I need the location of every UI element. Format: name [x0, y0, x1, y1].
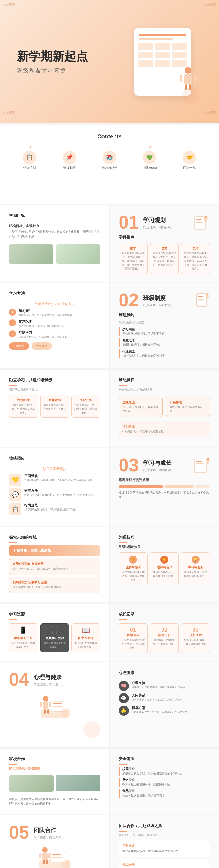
xinli-items: 🧠 心理支持 提供专业心理咨询支持，帮助学生解决心理困惑。 💬 人际关系 引导学… — [119, 681, 210, 716]
svg-rect-45 — [52, 857, 62, 858]
comm-icon-1: 👂 — [129, 556, 137, 563]
svg-rect-38 — [44, 709, 46, 714]
svg-point-40 — [61, 708, 71, 718]
svg-rect-15 — [198, 296, 204, 297]
svg-rect-28 — [207, 460, 209, 464]
contents-item-1: 01 📋 情绪拟划 — [11, 146, 48, 170]
svg-rect-16 — [198, 298, 205, 298]
section-num-02: 02 — [119, 291, 139, 309]
comm-box-1: 👂 理解与倾听 培养学生倾听他人的能力，增强相互理解与尊重。 — [119, 553, 148, 585]
section-illustration-01 — [193, 214, 210, 231]
xinli-item-3: 🌟 积极心态 培养积极乐观的生活态度，面对学习和生活的挑战。 — [119, 706, 210, 716]
xueqi-title: 学期目标 — [9, 213, 100, 218]
section-05-illustration — [9, 845, 100, 868]
contents-icon-4: 💚 — [143, 151, 156, 164]
cover-subtitle: 班级和谐学习环境 — [17, 67, 123, 74]
section-subtitle-04: 关注健康，快乐成长。 — [34, 682, 65, 686]
jiaxiao-title: 家校合作 — [9, 756, 100, 762]
methods-title: 学习方法 — [9, 291, 100, 296]
svg-rect-1 — [184, 74, 192, 85]
slide-school-family: 家校合作 家长支持孩子心理健康 家校合作是促进学生健康成长的重要途径，家长与老师… — [0, 748, 219, 814]
section-title-01: 学习规划 — [143, 216, 174, 224]
banjilv-box-3: 行为矫正 针对问题行为，制定个性化矫正方案。 — [119, 421, 210, 437]
btn-method-2[interactable]: 查看详情 — [32, 342, 52, 350]
contents-item-4: 04 💚 心理与健康 — [131, 146, 168, 170]
half-duli-xuexi: 独立学习，共建和谐班级 培养学生自主学习能力 课堂纪律 学生需遵守课堂纪律，尊重… — [0, 370, 109, 447]
svg-rect-37 — [49, 702, 51, 707]
half-records: 成长记录 01 目标达成 记录每个学期的目标完成情况，总结成功经验。 02 学习… — [109, 604, 219, 661]
svg-rect-13 — [204, 218, 207, 222]
section-03-content: 培养技能与提升效果 通过科学的学习方法和持续的努力，不断提升自我，实现学业目标和… — [119, 478, 210, 499]
section-illustration-03 — [193, 457, 210, 474]
banjilv-title: 班纪班律 — [119, 378, 210, 383]
contents-label-4: 心理与健康 — [142, 166, 157, 170]
half-qingxu-shiying: 情绪适应 欲言格不断进步 💛 正面强化 通过积极的鼓励和奖励机制，强化学生的良好… — [0, 448, 109, 526]
half-resources: 学习资源 📱 数字学习平台 利用在线平台获取丰富学习资源。 🎧 音频学习资源 通… — [0, 604, 109, 661]
section-num-04: 04 — [9, 670, 29, 688]
svg-rect-23 — [196, 461, 202, 462]
anquan-item-3: 食品安全 关注学生饮食健康，确保营养均衡。 — [119, 789, 210, 798]
section-02-header: 02 班级制度 制定规则，维护秩序。 — [119, 291, 210, 309]
section-num-01: 01 — [119, 213, 139, 231]
slide-cover: K 梦图网 K 梦图网 K 梦图网 K 梦图网 新学期新起点 班级和谐学习环境 — [0, 0, 219, 123]
half-section-04: 04 心理与健康 关注健康，快乐成长。 — [0, 662, 109, 747]
duli-boxes: 课堂纪律 学生需遵守课堂纪律，尊重教师，认真听讲。 互相帮助 同学之间互相帮助，… — [9, 395, 100, 418]
btn-method-1[interactable]: 了解更多 — [9, 342, 29, 350]
qingxu-icon-3: 📋 — [9, 503, 22, 516]
duli-box-2: 互相帮助 同学之间互相帮助，共同解决学习困难。 — [40, 395, 69, 418]
record-3: 03 成长历程 整理个人成长历程，为未来发展提供参考。 — [181, 623, 210, 653]
half-section-03: 03 学习与成长 制定计划，明确目标。 培养技能与提升效果 — [109, 448, 219, 526]
record-num-3: 03 — [183, 626, 208, 633]
jiaxiao-text: 家校合作是促进学生健康成长的重要途径，家长与老师共同关注学生的心理健康发展，建立… — [9, 797, 100, 806]
qingxu-icon-1: 💛 — [9, 474, 22, 486]
slide-contents: Contents 01 📋 情绪拟划 02 📌 班级制度 03 📚 学习与成长 … — [0, 125, 219, 204]
half-section-05: 05 团队合作 携手共进，共创未来。 — [0, 815, 109, 868]
resource-icon-1: 📱 — [11, 626, 36, 634]
contents-title: Contents — [11, 133, 208, 140]
method-item-1: 1 预习新知 课前预习新知识点，标注重难点，提高课堂效率。 — [9, 309, 100, 317]
cover-illustration — [123, 17, 202, 107]
duli-subtitle: 培养学生自主学习能力 — [9, 388, 100, 392]
record-num-2: 02 — [152, 626, 176, 633]
cover-title: 新学期新起点 — [17, 50, 123, 64]
half-banjizidu: 02 班级制度 制定规则，维护秩序。 班规班约 制定明确的班级规定 按时到校 严… — [109, 283, 219, 368]
half-study-methods: 学习方法 平衡差异化学习的最优方法 1 预习新知 课前预习新知识点，标注重难点，… — [0, 283, 109, 368]
contents-label-2: 班级制度 — [64, 166, 76, 170]
anquan-title: 安全范围 — [119, 756, 210, 762]
section-num-03: 03 — [119, 456, 139, 474]
photo-1 — [9, 244, 53, 264]
banjilv-box-1: 违规处理 对于违反班规的行为，将采取相应措施。 — [119, 397, 162, 417]
tuandui-title: 团队合作：共赴成绩之旅 — [119, 824, 210, 829]
resources-boxes: 📱 数字学习平台 利用在线平台获取丰富学习资源。 🎧 音频学习资源 通过音频课程… — [9, 623, 100, 652]
subject-boxes: 数学 数学是逻辑思维的基础，需重点掌握代数、几何等核心知识点，通过大量练习来提高… — [119, 243, 210, 274]
xueqi-text: 在新学期伊始，明确学习目标和计划。通过设定具体目标，合理安排学习计划，积极应对挑… — [9, 230, 100, 239]
explore-banner: 打破常规，激发无限潜能 — [9, 546, 100, 556]
explore-item-2: 发现潜在知识的学习宝藏 深度挖掘学科知识，发现学习的乐趣与价值。 — [9, 577, 100, 593]
half-anquan-fanwei: 安全范围 校园安全 加强校园安全管理，为学生创造安全的学习环境。 网络安全 教育… — [109, 748, 219, 814]
record-2: 02 学习进步 跟踪学习成绩的变化，分析进步原因。 — [150, 623, 179, 653]
decorative-bars — [119, 485, 210, 488]
comm-title: 沟通技巧 — [119, 535, 210, 540]
section-subtitle-05: 携手共进，共创未来。 — [34, 835, 65, 839]
slide-study-methods: 学习方法 平衡差异化学习的最优方法 1 预习新知 课前预习新知识点，标注重难点，… — [0, 283, 219, 368]
contents-label-1: 情绪拟划 — [24, 166, 36, 170]
records-title: 成长记录 — [119, 612, 210, 617]
contents-item-3: 03 📚 学习与成长 — [91, 146, 128, 170]
tuandui-subtitle: 建立团队、分工明确、共同成长 — [119, 833, 210, 837]
rule-2: 课堂纪律 上课认真听讲，积极参与互动。 — [119, 338, 210, 347]
svg-rect-51 — [46, 860, 48, 864]
svg-rect-5 — [194, 75, 196, 82]
qingxu-item-1: 💛 正面强化 通过积极的鼓励和奖励机制，强化学生的良好行为和学习态度。 — [9, 474, 100, 486]
rule-3: 作业完成 按时完成作业，保持良好学习习惯。 — [119, 349, 210, 358]
family-photo-1 — [9, 775, 53, 792]
contents-label-5: 团队合作 — [183, 166, 195, 170]
svg-point-27 — [207, 458, 209, 460]
duli-box-3: 完成任务 按时完成学习任务，培养责任心和时间管理能力。 — [71, 395, 100, 418]
photo-row — [9, 242, 100, 266]
qingxu-items: 💛 正面强化 通过积极的鼓励和奖励机制，强化学生的良好行为和学习态度。 💬 交流… — [9, 474, 100, 516]
tuandui-items: 团队建设 通过各种团队活动，增强班级凝聚力和向心力。 分工合作 明确每个成员的职… — [119, 840, 210, 868]
svg-rect-43 — [52, 854, 61, 855]
section-subtitle-03: 制定计划，明确目标。 — [143, 468, 174, 472]
comm-icon-2: 🤝 — [160, 556, 168, 563]
watermark-1: K 梦图网 — [3, 3, 15, 7]
